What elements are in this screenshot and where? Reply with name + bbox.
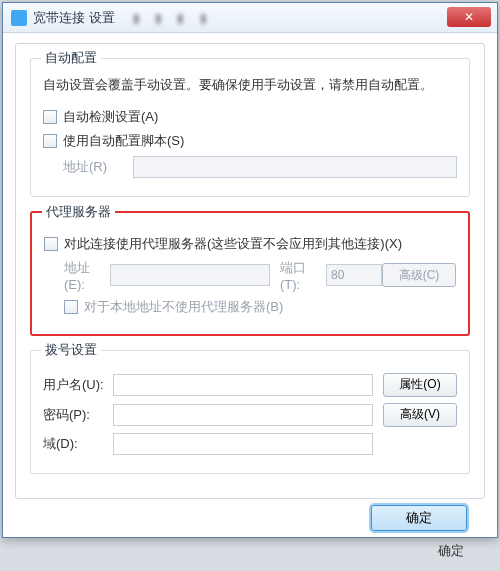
ok-button[interactable]: 确定 (371, 505, 467, 531)
dialup-advanced-button[interactable]: 高级(V) (383, 403, 457, 427)
group-auto-config: 自动配置 自动设置会覆盖手动设置。要确保使用手动设置，请禁用自动配置。 自动检测… (30, 58, 470, 197)
domain-label: 域(D): (43, 435, 113, 453)
row-domain: 域(D): (43, 433, 457, 455)
checkbox-icon (43, 110, 57, 124)
domain-input[interactable] (113, 433, 373, 455)
auto-script-label: 使用自动配置脚本(S) (63, 132, 184, 150)
properties-button[interactable]: 属性(O) (383, 373, 457, 397)
legend-dialup: 拨号设置 (41, 341, 101, 359)
username-input[interactable] (113, 374, 373, 396)
checkbox-use-proxy[interactable]: 对此连接使用代理服务器(这些设置不会应用到其他连接)(X) (44, 235, 402, 253)
legend-auto-config: 自动配置 (41, 49, 101, 67)
row-password: 密码(P): 高级(V) (43, 403, 457, 427)
row-username: 用户名(U): 属性(O) (43, 373, 457, 397)
app-icon (11, 10, 27, 26)
blurred-tabs: ▮ ▮ ▮ ▮ (133, 11, 213, 25)
checkbox-icon (64, 300, 78, 314)
row-auto-detect: 自动检测设置(A) (43, 108, 457, 126)
checkbox-icon (44, 237, 58, 251)
legend-proxy: 代理服务器 (42, 203, 115, 221)
proxy-address-input (110, 264, 270, 286)
row-bypass-local: 对于本地地址不使用代理服务器(B) (44, 298, 456, 316)
proxy-address-label: 地址(E): (64, 259, 110, 292)
proxy-advanced-button: 高级(C) (382, 263, 456, 287)
checkbox-icon (43, 134, 57, 148)
dialog-body: 自动配置 自动设置会覆盖手动设置。要确保使用手动设置，请禁用自动配置。 自动检测… (3, 33, 497, 537)
settings-window: 宽带连接 设置 ▮ ▮ ▮ ▮ ✕ 自动配置 自动设置会覆盖手动设置。要确保使用… (2, 2, 498, 538)
close-icon: ✕ (464, 10, 474, 24)
row-script-address: 地址(R) (43, 156, 457, 178)
group-dialup: 拨号设置 用户名(U): 属性(O) 密码(P): 高级(V) 域(D): (30, 350, 470, 474)
password-input[interactable] (113, 404, 373, 426)
auto-config-note: 自动设置会覆盖手动设置。要确保使用手动设置，请禁用自动配置。 (43, 75, 457, 96)
bypass-local-label: 对于本地地址不使用代理服务器(B) (84, 298, 283, 316)
proxy-port-label: 端口(T): (280, 259, 326, 292)
use-proxy-label: 对此连接使用代理服务器(这些设置不会应用到其他连接)(X) (64, 235, 402, 253)
row-use-proxy: 对此连接使用代理服务器(这些设置不会应用到其他连接)(X) (44, 235, 456, 253)
checkbox-auto-detect[interactable]: 自动检测设置(A) (43, 108, 158, 126)
row-auto-script: 使用自动配置脚本(S) (43, 132, 457, 150)
checkbox-bypass-local: 对于本地地址不使用代理服务器(B) (64, 298, 283, 316)
auto-detect-label: 自动检测设置(A) (63, 108, 158, 126)
close-button[interactable]: ✕ (447, 7, 491, 27)
username-label: 用户名(U): (43, 376, 113, 394)
footer-row: 确定 (15, 499, 485, 531)
trailing-ok-label: 确定 (0, 542, 500, 560)
proxy-port-input (326, 264, 382, 286)
password-label: 密码(P): (43, 406, 113, 424)
script-address-label: 地址(R) (63, 158, 133, 176)
main-panel: 自动配置 自动设置会覆盖手动设置。要确保使用手动设置，请禁用自动配置。 自动检测… (15, 43, 485, 499)
script-address-input (133, 156, 457, 178)
group-proxy: 代理服务器 对此连接使用代理服务器(这些设置不会应用到其他连接)(X) 地址(E… (30, 211, 470, 336)
row-proxy-address: 地址(E): 端口(T): 高级(C) (44, 259, 456, 292)
checkbox-auto-script[interactable]: 使用自动配置脚本(S) (43, 132, 184, 150)
titlebar: 宽带连接 设置 ▮ ▮ ▮ ▮ ✕ (3, 3, 497, 33)
window-title: 宽带连接 设置 (33, 9, 115, 27)
